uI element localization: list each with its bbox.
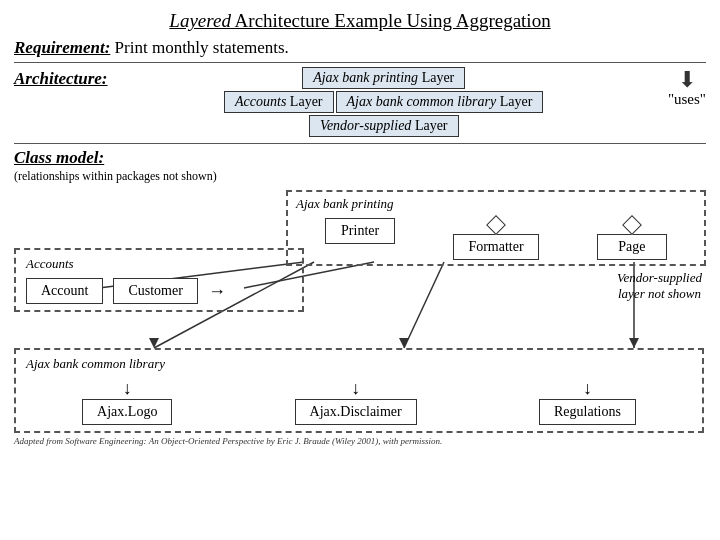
footer: Adapted from Software Engineering: An Ob… — [14, 436, 706, 446]
page-diamond-icon — [622, 215, 642, 235]
ajax-printing-label: Ajax bank printing — [296, 196, 696, 212]
page-class: Page — [597, 234, 667, 260]
diagram: Ajax bank printing Printer Formatter — [14, 190, 706, 430]
title: Layered Architecture Example Using Aggre… — [14, 10, 706, 32]
printer-row: Printer Formatter Page — [296, 218, 696, 260]
layer-ajax-printing: Ajax bank printing Layer — [302, 67, 465, 89]
ajax-logo-arrow-icon: ↓ — [123, 378, 132, 399]
ajax-logo-class: Ajax.Logo — [82, 399, 172, 425]
class-model-header: Class model: (relationships within packa… — [14, 148, 706, 184]
layer-row-2: Accounts Layer Ajax bank common library … — [224, 91, 543, 113]
formatter-class: Formatter — [453, 234, 538, 260]
layer-accounts: Accounts Layer — [224, 91, 333, 113]
accounts-nodes: Account Customer → — [26, 278, 292, 304]
svg-marker-6 — [399, 338, 409, 348]
class-label-block: Class model: (relationships within packa… — [14, 148, 217, 184]
ajax-disclaimer-class: Ajax.Disclaimer — [295, 399, 417, 425]
vendor-note: Vendor-supplied layer not shown — [617, 270, 702, 302]
customer-arrow: → — [208, 278, 226, 304]
svg-marker-7 — [629, 338, 639, 348]
regulations-class: Regulations — [539, 399, 636, 425]
vendor-note-line1: Vendor-supplied — [617, 270, 702, 285]
architecture-label: Architecture: — [14, 67, 108, 89]
svg-line-4 — [404, 262, 444, 348]
layer-row-3: Vendor-supplied Layer — [309, 115, 459, 137]
requirement-label: Requirement: — [14, 38, 110, 57]
requirement-text: Print monthly statements. — [110, 38, 289, 57]
layer-vendor: Vendor-supplied Layer — [309, 115, 459, 137]
layer-common: Ajax bank common library Layer — [336, 91, 544, 113]
ajax-printing-box: Ajax bank printing Printer Formatter — [286, 190, 706, 266]
class-model-label: Class model: — [14, 148, 217, 168]
regulations-node: ↓ Regulations — [539, 378, 636, 425]
divider-2 — [14, 143, 706, 144]
svg-marker-5 — [149, 338, 159, 348]
formatter-node: Formatter — [453, 218, 538, 260]
accounts-box: Accounts Account Customer → — [14, 248, 304, 312]
layer-row-1: Ajax bank printing Layer — [302, 67, 465, 89]
customer-class: Customer — [113, 278, 197, 304]
formatter-diamond-icon — [486, 215, 506, 235]
class-model-sublabel: (relationships within packages not shown… — [14, 169, 217, 184]
uses-text: "uses" — [668, 91, 706, 108]
printer-node: Printer — [325, 218, 395, 244]
printer-class: Printer — [325, 218, 395, 244]
ajax-common-nodes: ↓ Ajax.Logo ↓ Ajax.Disclaimer ↓ Regulati… — [26, 378, 692, 425]
ajax-logo-node: ↓ Ajax.Logo — [82, 378, 172, 425]
architecture-section: Architecture: Ajax bank printing Layer A… — [14, 67, 706, 139]
ajax-disclaimer-arrow-icon: ↓ — [351, 378, 360, 399]
ajax-common-label: Ajax bank common library — [26, 356, 692, 372]
layers-container: Ajax bank printing Layer Accounts Layer … — [118, 67, 650, 139]
divider-1 — [14, 62, 706, 63]
requirement-line: Requirement: Print monthly statements. — [14, 38, 706, 58]
ajax-common-box: Ajax bank common library ↓ Ajax.Logo ↓ A… — [14, 348, 704, 433]
ajax-disclaimer-node: ↓ Ajax.Disclaimer — [295, 378, 417, 425]
uses-section: ⬇ "uses" — [668, 67, 706, 108]
vendor-note-line2: layer not shown — [618, 286, 701, 301]
class-model-section: Class model: (relationships within packa… — [14, 148, 706, 430]
page-node: Page — [597, 218, 667, 260]
regulations-arrow-icon: ↓ — [583, 378, 592, 399]
uses-arrow-icon: ⬇ — [678, 69, 696, 91]
accounts-label: Accounts — [26, 256, 292, 272]
account-class: Account — [26, 278, 103, 304]
